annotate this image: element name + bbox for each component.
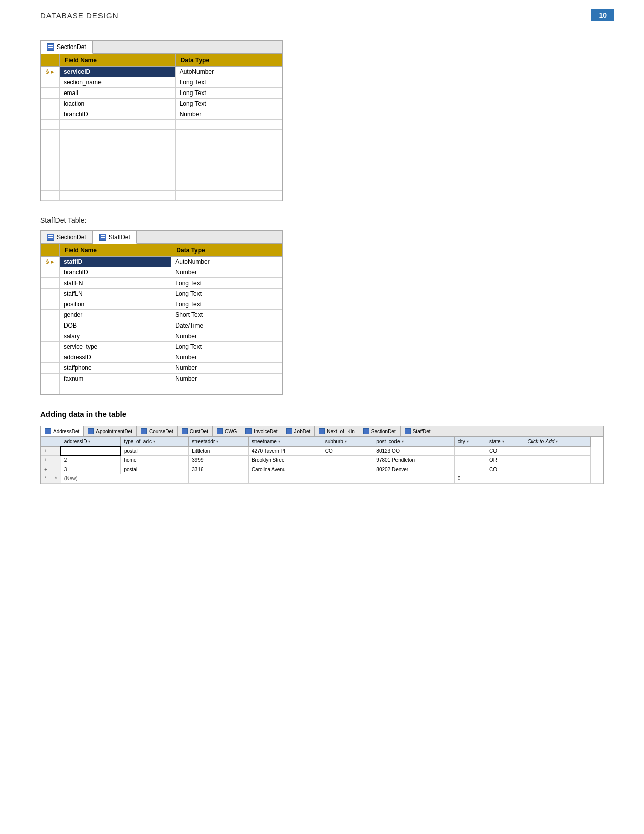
table-row: branchIDNumber: [41, 109, 282, 120]
ds-tab-cwg[interactable]: CWG: [213, 426, 241, 436]
adding-data-title: Adding data in the table: [40, 410, 604, 419]
cell-state: OR: [486, 455, 524, 465]
cell-state: [524, 474, 591, 483]
col-state[interactable]: state▾: [486, 437, 524, 447]
data-type-cell: Date/Time: [171, 320, 282, 331]
cell-subhurb: [373, 474, 454, 483]
cell-click-to-add: [524, 465, 591, 474]
data-type-cell: Number: [171, 331, 282, 342]
row-number: [51, 446, 61, 455]
tab-sectiondet[interactable]: SectionDet: [41, 231, 93, 243]
row-expand[interactable]: *: [41, 474, 51, 483]
cell-streetname: [322, 474, 373, 483]
ds-tab-label: AppointmentDet: [96, 429, 132, 434]
col-streetname[interactable]: streetname▾: [248, 437, 322, 447]
col-city[interactable]: city▾: [454, 437, 486, 447]
col-type_of_adc[interactable]: type_of_adc▾: [121, 437, 189, 447]
ds-tab-addressdet[interactable]: AddressDet: [41, 426, 84, 436]
row-indicator: [41, 374, 60, 384]
ds-tab-custdet[interactable]: CustDet: [178, 426, 213, 436]
ds-tab-appointmentdet[interactable]: AppointmentDet: [84, 426, 137, 436]
col-data-type-2: Data Type: [171, 244, 282, 257]
ds-tab-coursedet[interactable]: CourseDet: [137, 426, 178, 436]
ds-tab-invoicedet[interactable]: InvoiceDet: [241, 426, 282, 436]
table-icon: [141, 428, 147, 434]
table-icon: [45, 428, 51, 434]
data-type-cell: Number: [171, 352, 282, 363]
table-icon: [182, 428, 188, 434]
row-indicator: [41, 170, 60, 180]
row-number: [51, 465, 61, 474]
table-row: [41, 384, 282, 394]
field-name-cell: [59, 160, 175, 170]
table-row: +3postal3316Carolina Avenu80202 DenverCO: [41, 465, 603, 474]
cell-addressID: 2: [61, 455, 121, 465]
cell-addressID: 3: [61, 465, 121, 474]
section-det-table: SectionDet Field Name Data Type ⛢►servic…: [40, 40, 283, 201]
field-name-cell: serviceID: [59, 67, 175, 77]
table-row: staffFNLong Text: [41, 278, 282, 289]
data-type-cell: [175, 170, 282, 180]
table-row: [41, 120, 282, 130]
ds-tab-label: CourseDet: [149, 429, 173, 434]
field-name-cell: faxnum: [59, 374, 171, 384]
col-click-to-add[interactable]: Click to Add▾: [524, 437, 591, 447]
data-type-cell: [175, 180, 282, 191]
data-type-cell: Long Text: [171, 342, 282, 352]
table-row: section_nameLong Text: [41, 77, 282, 88]
cell-streetaddr: [248, 474, 322, 483]
row-indicator: [41, 130, 60, 140]
row-indicator: ⛢►: [41, 67, 60, 77]
row-indicator: [41, 342, 60, 352]
col-subhurb[interactable]: subhurb▾: [322, 437, 373, 447]
cell-state: CO: [486, 446, 524, 455]
field-name-cell: [59, 140, 175, 150]
staff-det-label: StaffDet Table:: [40, 216, 604, 224]
col-post_code[interactable]: post_code▾: [373, 437, 454, 447]
tab-sectiondet-1[interactable]: SectionDet: [41, 41, 93, 54]
table-row: [41, 140, 282, 150]
cell-type_of_adc: postal: [121, 446, 189, 455]
ds-tab-label: AddressDet: [53, 429, 79, 434]
table-row: **(New)0: [41, 474, 603, 483]
col-addressid[interactable]: addressID▾: [61, 437, 121, 447]
col-streetaddr[interactable]: streetaddr▾: [189, 437, 249, 447]
tab-staffdet[interactable]: StaffDet: [93, 231, 137, 244]
row-expand[interactable]: +: [41, 446, 51, 455]
cell-click-to-add: [591, 474, 603, 483]
ds-tab-jobdet[interactable]: JobDet: [282, 426, 315, 436]
cell-state: CO: [486, 465, 524, 474]
row-number: [51, 455, 61, 465]
ds-tab-sectiondet[interactable]: SectionDet: [359, 426, 401, 436]
cell-city: [486, 474, 524, 483]
data-type-cell: Long Text: [175, 99, 282, 109]
row-indicator: [41, 140, 60, 150]
page-header: DATABASE DESIGN 10: [0, 0, 644, 30]
table-row: [41, 160, 282, 170]
row-expand[interactable]: +: [41, 465, 51, 474]
row-indicator: [41, 191, 60, 201]
tab-label: StaffDet: [109, 234, 130, 241]
row-indicator: [41, 331, 60, 342]
row-indicator: ⛢►: [41, 257, 60, 267]
cell-addressID: (New): [61, 474, 188, 483]
ds-tab-next-of-kin[interactable]: Next_of_Kin: [315, 426, 359, 436]
ds-tab-label: SectionDet: [371, 429, 396, 434]
section-det-tab-bar: SectionDet: [41, 41, 282, 54]
cell-post_code: 0: [454, 474, 486, 483]
cell-click-to-add: [524, 455, 591, 465]
field-name-cell: staffLN: [59, 289, 171, 299]
data-type-cell: [175, 130, 282, 140]
table-icon: [363, 428, 369, 434]
col-data-type: Data Type: [175, 54, 282, 67]
row-expand[interactable]: +: [41, 455, 51, 465]
field-name-cell: staffFN: [59, 278, 171, 289]
cell-post_code: 80202 Denver: [373, 465, 454, 474]
cell-streetname: Brooklyn Stree: [248, 455, 322, 465]
data-type-cell: Long Text: [175, 77, 282, 88]
staff-det-tab-bar: SectionDetStaffDet: [41, 231, 282, 244]
field-name-cell: staffID: [59, 257, 171, 267]
ds-tab-staffdet[interactable]: StaffDet: [401, 426, 435, 436]
table-row: [41, 150, 282, 160]
field-name-cell: salary: [59, 331, 171, 342]
